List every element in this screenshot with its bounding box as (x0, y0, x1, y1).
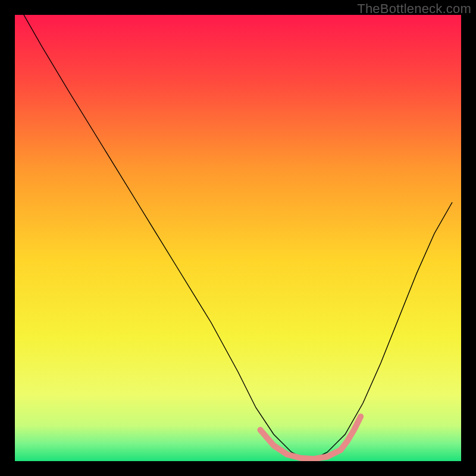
gradient-background (15, 15, 461, 461)
watermark-text: TheBottleneck.com (357, 1, 471, 17)
chart-svg (15, 15, 461, 461)
plot-area (15, 15, 461, 461)
chart-container: TheBottleneck.com (0, 0, 476, 476)
